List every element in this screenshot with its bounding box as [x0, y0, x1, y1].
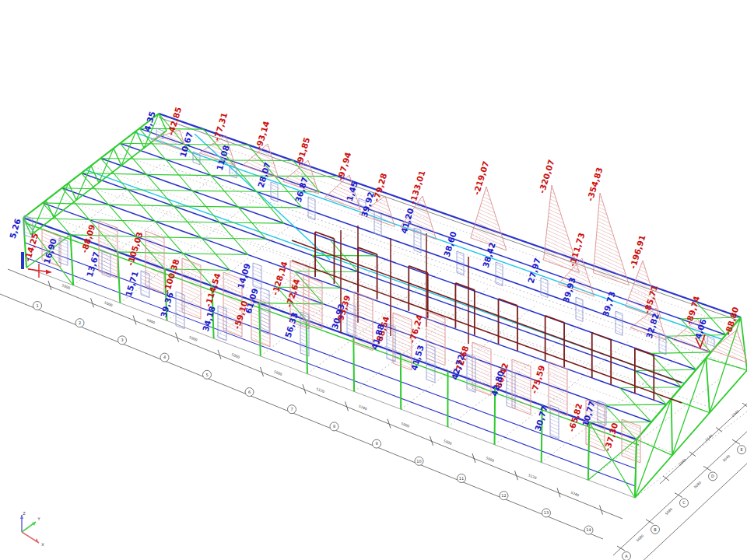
svg-text:15,71: 15,71	[124, 270, 140, 297]
dimension-chains: 1500025000350004500055000650007512085240…	[0, 269, 747, 560]
svg-text:5120: 5120	[528, 474, 537, 481]
svg-text:5080: 5080	[665, 507, 674, 516]
svg-text:5240: 5240	[358, 404, 367, 411]
svg-text:5080: 5080	[693, 481, 703, 489]
svg-text:1: 1	[36, 303, 38, 308]
svg-text:A: A	[625, 554, 628, 558]
svg-text:38,60: 38,60	[442, 230, 458, 257]
svg-text:8: 8	[333, 424, 335, 429]
svg-text:5000: 5000	[443, 439, 452, 446]
svg-text:-65,82: -65,82	[566, 402, 584, 432]
svg-text:13: 13	[544, 510, 549, 515]
svg-text:7: 7	[290, 407, 293, 411]
svg-text:14: 14	[586, 527, 591, 532]
svg-text:39,36: 39,36	[159, 291, 175, 318]
svg-text:D: D	[711, 474, 714, 478]
svg-text:5000: 5000	[231, 352, 240, 359]
svg-text:X: X	[41, 542, 44, 547]
svg-text:5120: 5120	[316, 387, 325, 394]
svg-text:5: 5	[205, 373, 208, 377]
svg-text:9: 9	[375, 441, 377, 446]
svg-text:5240: 5240	[570, 491, 580, 498]
svg-text:Z: Z	[23, 511, 26, 516]
svg-text:10: 10	[416, 459, 421, 464]
svg-text:B: B	[654, 527, 657, 532]
svg-text:30,77: 30,77	[533, 404, 549, 432]
svg-text:11: 11	[459, 476, 464, 481]
model-canvas[interactable]: 1500025000350004500055000650007512085240…	[0, 0, 747, 560]
svg-text:6080: 6080	[636, 534, 645, 542]
svg-text:6: 6	[248, 390, 251, 394]
svg-text:5000: 5000	[188, 335, 198, 342]
svg-text:5000: 5000	[103, 301, 113, 308]
axis-triad-icon: ZYX	[20, 511, 44, 547]
svg-text:12: 12	[501, 493, 506, 498]
svg-text:2: 2	[79, 320, 81, 325]
svg-text:3: 3	[121, 338, 123, 342]
svg-text:4: 4	[163, 355, 166, 359]
svg-text:56,33: 56,33	[283, 311, 300, 338]
svg-text:2040: 2040	[678, 458, 687, 467]
svg-text:-114,54: -114,54	[203, 272, 223, 308]
svg-text:5040: 5040	[722, 453, 731, 462]
svg-text:E: E	[740, 447, 742, 452]
svg-text:2040: 2040	[731, 409, 740, 418]
svg-text:39,73: 39,73	[601, 290, 617, 317]
svg-text:5000: 5000	[486, 456, 495, 463]
svg-text:5000: 5000	[401, 422, 410, 429]
svg-text:C: C	[682, 500, 686, 505]
svg-text:14,09: 14,09	[236, 262, 252, 289]
svg-text:5000: 5000	[273, 369, 282, 376]
svg-text:2140: 2140	[704, 433, 714, 442]
svg-text:5000: 5000	[61, 283, 71, 290]
svg-text:Y: Y	[37, 516, 40, 521]
svg-text:5,26: 5,26	[8, 218, 23, 240]
svg-text:5000: 5000	[146, 318, 156, 325]
